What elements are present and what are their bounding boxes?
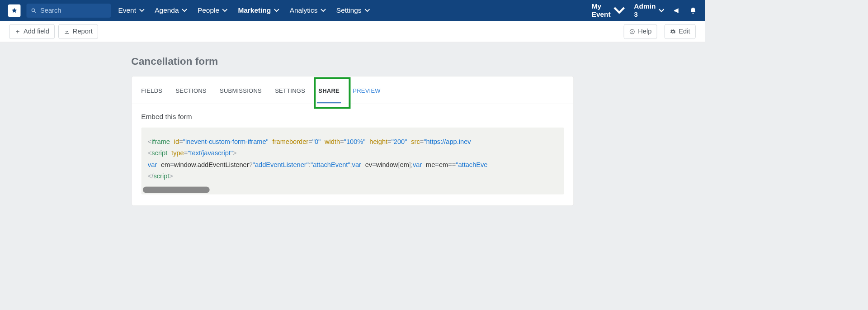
code-script-type: text/javascript: [190, 149, 230, 157]
tab-share[interactable]: SHARE: [312, 76, 346, 103]
code-src: https://app.inev: [426, 138, 471, 145]
logo-icon: [11, 7, 18, 14]
nav-item-label: Agenda: [155, 6, 179, 14]
tab-label: SETTINGS: [275, 87, 305, 94]
search-input-wrap[interactable]: [26, 4, 111, 18]
tab-fields[interactable]: FIELDS: [135, 76, 169, 103]
search-icon: [31, 7, 37, 14]
nav-item-settings[interactable]: Settings: [336, 6, 370, 14]
chevron-down-icon: [274, 8, 279, 13]
gear-icon: [670, 29, 676, 34]
svg-line-1: [34, 11, 36, 13]
tab-sections[interactable]: SECTIONS: [169, 76, 213, 103]
form-panel: FIELDS SECTIONS SUBMISSIONS SETTINGS SHA…: [131, 76, 573, 205]
form-tabs: FIELDS SECTIONS SUBMISSIONS SETTINGS SHA…: [132, 76, 573, 103]
code-width: 100%: [346, 138, 363, 145]
tab-preview[interactable]: PREVIEW: [346, 76, 387, 103]
action-bar: Add field Report ? Help Edit: [0, 21, 705, 42]
tab-label: PREVIEW: [353, 87, 381, 94]
tab-submissions[interactable]: SUBMISSIONS: [213, 76, 268, 103]
tab-label: SUBMISSIONS: [220, 87, 262, 94]
code-iframe-id: inevent-custom-form-iframe: [185, 138, 266, 145]
code-frameborder: 0: [315, 138, 318, 145]
nav-item-label: Event: [118, 6, 136, 14]
nav-item-label: Marketing: [238, 6, 271, 14]
megaphone-icon[interactable]: [673, 7, 680, 14]
help-label: Help: [638, 28, 651, 35]
add-field-button[interactable]: Add field: [9, 24, 55, 38]
nav-item-label: People: [198, 6, 219, 14]
nav-item-people[interactable]: People: [198, 6, 228, 14]
code-height: 200: [394, 138, 405, 145]
nav-item-label: Settings: [336, 6, 362, 14]
chevron-down-icon: [182, 8, 187, 13]
add-field-label: Add field: [24, 28, 49, 35]
bell-icon[interactable]: [689, 7, 697, 14]
report-button[interactable]: Report: [58, 24, 98, 38]
help-icon: ?: [629, 29, 635, 34]
embed-heading: Embed this form: [141, 113, 564, 121]
svg-text:?: ?: [631, 30, 633, 33]
tab-label: SHARE: [318, 87, 340, 94]
edit-button[interactable]: Edit: [665, 24, 696, 38]
embed-code-block[interactable]: <iframe id="inevent-custom-form-iframe" …: [141, 128, 564, 195]
edit-label: Edit: [679, 28, 690, 35]
user-menu[interactable]: Admin 3: [634, 2, 664, 19]
event-selector[interactable]: My Event: [592, 2, 625, 19]
horizontal-scroll-thumb[interactable]: [142, 186, 209, 193]
tab-label: SECTIONS: [175, 87, 206, 94]
search-input[interactable]: [40, 7, 106, 14]
nav-item-event[interactable]: Event: [118, 6, 144, 14]
tab-settings[interactable]: SETTINGS: [269, 76, 312, 103]
chevron-down-icon: [139, 8, 144, 13]
chevron-down-icon: [613, 5, 625, 16]
nav-item-label: Analytics: [290, 6, 318, 14]
report-label: Report: [73, 28, 93, 35]
nav-item-marketing[interactable]: Marketing: [238, 6, 279, 14]
nav-item-agenda[interactable]: Agenda: [155, 6, 187, 14]
chevron-down-icon: [321, 8, 326, 13]
event-selector-label: My Event: [592, 2, 611, 19]
code-attach-event: attachEvent: [313, 161, 348, 168]
tab-label: FIELDS: [141, 87, 162, 94]
chevron-down-icon: [222, 8, 227, 13]
plus-icon: [14, 29, 20, 34]
nav-item-analytics[interactable]: Analytics: [290, 6, 326, 14]
app-logo[interactable]: [8, 4, 21, 17]
chevron-down-icon: [364, 8, 370, 13]
help-button[interactable]: ? Help: [624, 24, 657, 38]
download-icon: [64, 29, 70, 34]
code-add-listener: addEventListener: [255, 161, 307, 168]
page-title: Cancellation form: [131, 56, 573, 67]
user-menu-label: Admin 3: [634, 2, 656, 19]
chevron-down-icon: [659, 8, 665, 14]
code-attach-eve: attachEve: [458, 161, 487, 168]
